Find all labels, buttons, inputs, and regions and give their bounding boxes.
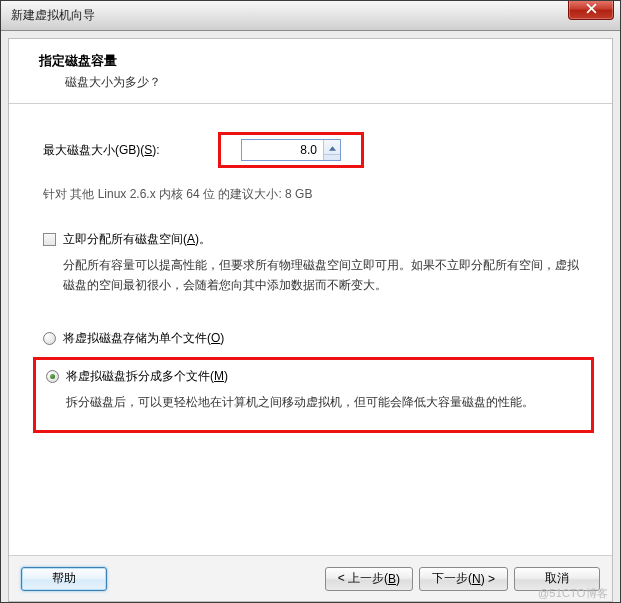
close-button[interactable] bbox=[568, 0, 614, 20]
title-bar: 新建虚拟机向导 bbox=[1, 1, 620, 31]
next-button[interactable]: 下一步(N) > bbox=[419, 567, 508, 591]
window-title: 新建虚拟机向导 bbox=[1, 7, 95, 24]
single-file-radio-row[interactable]: 将虚拟磁盘存储为单个文件(O) bbox=[43, 330, 584, 347]
split-files-description: 拆分磁盘后，可以更轻松地在计算机之间移动虚拟机，但可能会降低大容量磁盘的性能。 bbox=[46, 393, 581, 413]
close-icon bbox=[586, 3, 597, 17]
chevron-up-icon bbox=[329, 140, 336, 154]
disk-size-label: 最大磁盘大小(GB)(S): bbox=[43, 142, 218, 159]
allocate-now-checkbox[interactable] bbox=[43, 233, 56, 246]
wizard-header: 指定磁盘容量 磁盘大小为多少？ bbox=[9, 39, 612, 104]
split-files-radio-row[interactable]: 将虚拟磁盘拆分成多个文件(M) bbox=[46, 368, 581, 385]
single-file-label: 将虚拟磁盘存储为单个文件(O) bbox=[63, 330, 224, 347]
disk-size-highlight: 8.0 bbox=[218, 132, 364, 168]
cancel-button[interactable]: 取消 bbox=[514, 567, 600, 591]
spinner-up-button[interactable] bbox=[324, 140, 340, 155]
single-file-radio[interactable] bbox=[43, 332, 56, 345]
allocate-now-label: 立即分配所有磁盘空间(A)。 bbox=[63, 231, 211, 248]
split-files-highlight: 将虚拟磁盘拆分成多个文件(M) 拆分磁盘后，可以更轻松地在计算机之间移动虚拟机，… bbox=[33, 357, 594, 434]
wizard-footer: 帮助 < 上一步(B) 下一步(N) > 取消 bbox=[9, 555, 612, 601]
disk-size-spinner[interactable]: 8.0 bbox=[241, 139, 341, 161]
split-files-label: 将虚拟磁盘拆分成多个文件(M) bbox=[66, 368, 228, 385]
allocate-now-checkbox-row[interactable]: 立即分配所有磁盘空间(A)。 bbox=[43, 231, 584, 248]
disk-size-value[interactable]: 8.0 bbox=[242, 140, 323, 160]
split-files-radio[interactable] bbox=[46, 370, 59, 383]
allocate-now-description: 分配所有容量可以提高性能，但要求所有物理磁盘空间立即可用。如果不立即分配所有空间… bbox=[43, 256, 584, 296]
spinner-buttons bbox=[323, 140, 340, 160]
header-subtitle: 磁盘大小为多少？ bbox=[39, 74, 594, 91]
header-title: 指定磁盘容量 bbox=[39, 53, 594, 70]
wizard-body: 最大磁盘大小(GB)(S): 8.0 针对 其他 Linux 2.6.x bbox=[9, 104, 612, 555]
spinner-down-button[interactable] bbox=[324, 155, 340, 161]
back-button[interactable]: < 上一步(B) bbox=[325, 567, 413, 591]
recommended-size-label: 针对 其他 Linux 2.6.x 内核 64 位 的建议大小: 8 GB bbox=[43, 186, 584, 203]
help-button[interactable]: 帮助 bbox=[21, 567, 107, 591]
chevron-down-icon bbox=[329, 155, 336, 161]
